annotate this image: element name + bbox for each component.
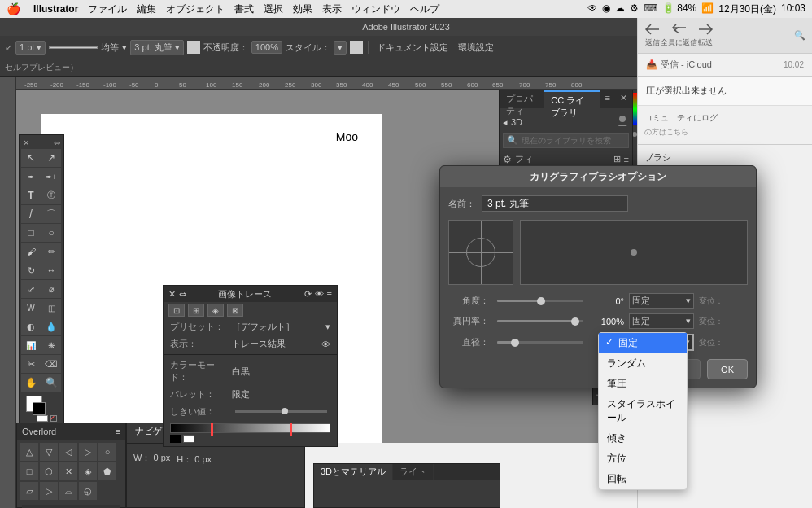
overlord-btn-11[interactable]: ▱ xyxy=(20,482,38,500)
overlord-btn-5[interactable]: ○ xyxy=(98,443,116,461)
dropdown-item-rotation[interactable]: 回転 xyxy=(599,469,687,489)
lib-search-input[interactable] xyxy=(522,136,625,145)
diameter-slider[interactable] xyxy=(497,341,583,344)
trace-view-icon[interactable]: 👁 xyxy=(321,339,330,349)
tab-properties[interactable]: プロパティ xyxy=(500,90,544,108)
direct-selection-tool[interactable]: ↗ xyxy=(41,149,61,167)
scale-tool[interactable]: ⤢ xyxy=(21,280,41,298)
env-settings-btn[interactable]: 環境設定 xyxy=(455,40,497,55)
chart-tool[interactable]: 📊 xyxy=(21,336,41,354)
menu-help[interactable]: ヘルプ xyxy=(410,2,439,16)
opacity-dropdown[interactable]: 100% xyxy=(251,41,282,54)
lib-search[interactable]: 🔍 xyxy=(503,133,629,148)
gradient-tool[interactable]: ◐ xyxy=(21,318,41,335)
selection-tool[interactable]: ↖ xyxy=(21,149,41,167)
dropdown-item-kotei[interactable]: 固定 xyxy=(599,333,687,353)
menu-view[interactable]: 表示 xyxy=(322,2,342,16)
zoom-tool[interactable]: 🔍 xyxy=(41,374,61,392)
pencil-tool[interactable]: ✏ xyxy=(41,243,61,261)
apple-menu[interactable]: 🍎 xyxy=(7,2,20,15)
hand-tool[interactable]: ✋ xyxy=(21,374,41,392)
rect-tool[interactable]: □ xyxy=(21,224,41,242)
overlord-btn-4[interactable]: ▷ xyxy=(79,443,97,461)
doc-settings-btn[interactable]: ドキュメント設定 xyxy=(373,40,452,55)
overlord-btn-8[interactable]: ✕ xyxy=(59,462,77,480)
grid-view-icon[interactable]: ⊞ xyxy=(613,154,621,164)
trace-eye-icon[interactable]: 👁 xyxy=(315,289,324,300)
reflect-tool[interactable]: ↔ xyxy=(41,261,61,279)
lib-user-icon[interactable] xyxy=(616,115,629,129)
list-view-icon[interactable]: ≡ xyxy=(624,155,629,164)
symbol-tool[interactable]: ❋ xyxy=(41,336,61,354)
area-type-tool[interactable]: Ⓣ xyxy=(41,186,61,204)
panel-menu-icon[interactable]: ≡ xyxy=(600,90,615,108)
tools-expand[interactable]: ⇔ xyxy=(54,138,60,147)
stroke-dropdown-arrow[interactable]: ▾ xyxy=(122,42,127,53)
tab-cc-libraries[interactable]: CC ライブラリ xyxy=(544,90,600,108)
menu-select[interactable]: 選択 xyxy=(264,2,283,16)
trace-close-btn[interactable]: ✕ xyxy=(168,289,176,300)
menu-edit[interactable]: 編集 xyxy=(137,2,156,16)
mail-reply-action[interactable]: 返信 xyxy=(644,23,661,48)
eraser-tool[interactable]: ⌫ xyxy=(41,355,61,373)
slice-tool[interactable]: ✂ xyxy=(21,355,41,373)
overlord-btn-13[interactable]: ⌓ xyxy=(59,482,77,500)
color-swatch[interactable] xyxy=(187,41,200,54)
overlord-btn-1[interactable]: △ xyxy=(20,443,38,461)
trace-preset-expand[interactable]: ▾ xyxy=(325,322,330,332)
brush-dropdown[interactable]: 3 pt. 丸筆 ▾ xyxy=(130,40,183,55)
add-anchor-tool[interactable]: ✒+ xyxy=(41,168,61,186)
trace-menu-icon[interactable]: ≡ xyxy=(327,289,332,300)
eyedropper-tool[interactable]: 💧 xyxy=(41,318,61,335)
overlord-btn-3[interactable]: ◁ xyxy=(59,443,77,461)
menu-effect[interactable]: 効果 xyxy=(293,2,312,16)
back-arrow-icon[interactable]: ◂ xyxy=(503,117,508,128)
menu-format[interactable]: 書式 xyxy=(234,2,254,16)
tab-3d-materials[interactable]: 3Dとマテリアル xyxy=(314,464,393,480)
overlord-btn-12[interactable]: ▷ xyxy=(40,482,58,500)
overlord-btn-14[interactable]: ◵ xyxy=(79,482,97,500)
dropdown-item-pressure[interactable]: 筆圧 xyxy=(599,374,687,394)
trace-icon-1[interactable]: ⊡ xyxy=(168,304,185,317)
trace-icon-3[interactable]: ◈ xyxy=(207,304,224,317)
trace-refresh-icon[interactable]: ⟳ xyxy=(304,289,312,300)
mail-item-1[interactable]: 圧が選択出来ません xyxy=(638,77,812,106)
overlord-btn-6[interactable]: □ xyxy=(20,462,38,480)
roundness-dropdown[interactable]: 固定 ▾ xyxy=(629,313,694,329)
arc-tool[interactable]: ⌒ xyxy=(41,205,61,223)
background-color[interactable] xyxy=(33,402,46,415)
overlord-menu[interactable]: ≡ xyxy=(116,427,120,436)
tools-close[interactable]: ✕ xyxy=(23,138,29,147)
menu-object[interactable]: オブジェクト xyxy=(166,2,225,16)
overlord-btn-9[interactable]: ◈ xyxy=(79,462,97,480)
overlord-extra-btn[interactable]: ⬡ xyxy=(22,505,120,508)
overlord-btn-10[interactable]: ⬟ xyxy=(98,462,116,480)
menu-window[interactable]: ウィンドウ xyxy=(351,2,400,16)
trace-expand-btn[interactable]: ⇔ xyxy=(179,289,186,300)
roundness-slider[interactable] xyxy=(497,320,583,322)
mail-reply-all-action[interactable]: 全員に返信 xyxy=(661,23,697,48)
dropdown-item-random[interactable]: ランダム xyxy=(599,353,687,374)
type-tool[interactable]: T xyxy=(21,186,41,204)
line-tool[interactable]: / xyxy=(21,205,41,223)
paintbrush-tool[interactable]: 🖌 xyxy=(21,243,41,261)
ok-button[interactable]: OK xyxy=(707,359,748,379)
angle-dropdown[interactable]: 固定 ▾ xyxy=(629,293,694,309)
white-fill[interactable] xyxy=(37,415,48,422)
ellipse-tool[interactable]: ○ xyxy=(41,224,61,242)
mail-search-icon[interactable]: 🔍 xyxy=(794,30,805,41)
panel-close-icon[interactable]: ✕ xyxy=(615,90,632,108)
width-tool[interactable]: W xyxy=(21,299,41,317)
trace-icon-2[interactable]: ⊞ xyxy=(188,304,204,317)
angle-slider[interactable] xyxy=(497,300,583,302)
brush-name-input[interactable] xyxy=(482,195,628,212)
rotate-tool[interactable]: ↻ xyxy=(21,261,41,279)
mail-forward-action[interactable]: 転送 xyxy=(697,23,714,48)
dropdown-item-tilt[interactable]: 傾き xyxy=(599,428,687,449)
overlord-btn-2[interactable]: ▽ xyxy=(40,443,58,461)
stroke-weight-dropdown[interactable]: 1 pt ▾ xyxy=(15,41,46,55)
style-dropdown[interactable]: ▾ xyxy=(334,41,347,55)
dropdown-item-stylus[interactable]: スタイラスホイール xyxy=(599,394,687,428)
menu-file[interactable]: ファイル xyxy=(88,2,127,16)
tab-light[interactable]: ライト xyxy=(393,464,434,480)
